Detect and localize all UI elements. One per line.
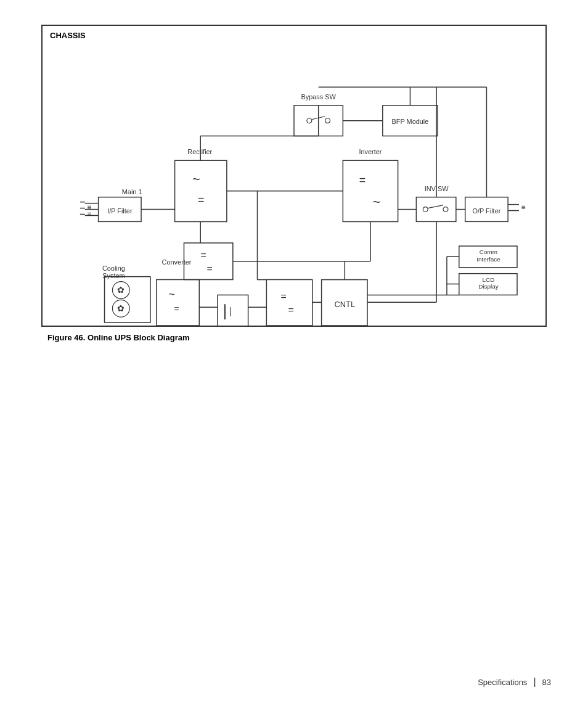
svg-rect-1 — [105, 277, 150, 322]
svg-text:LCD: LCD — [482, 276, 494, 283]
svg-text:Inverter: Inverter — [359, 148, 382, 155]
svg-text:=: = — [288, 305, 293, 315]
svg-marker-27 — [175, 160, 227, 221]
block-diagram: CHASSIS ✿ ✿ Cooling System — [41, 25, 547, 327]
svg-marker-8 — [157, 280, 199, 326]
svg-marker-42 — [343, 160, 398, 221]
page-container: CHASSIS ✿ ✿ Cooling System — [0, 0, 588, 706]
svg-text:✿: ✿ — [117, 303, 125, 313]
svg-text:Main 1: Main 1 — [122, 188, 142, 195]
svg-text:~: ~ — [192, 171, 200, 187]
figure-caption: Figure 46. Online UPS Block Diagram — [41, 333, 547, 342]
figure-title: Online UPS Block Diagram — [88, 333, 189, 342]
svg-text:=: = — [174, 304, 179, 314]
svg-marker-17 — [266, 280, 312, 326]
svg-text:Interface: Interface — [476, 256, 500, 263]
svg-line-56 — [428, 205, 443, 208]
footer-divider: | — [533, 676, 536, 688]
svg-text:O/P Filter: O/P Filter — [472, 207, 500, 215]
svg-text:≡: ≡ — [88, 210, 92, 218]
svg-text:=: = — [201, 250, 206, 260]
chassis-label: CHASSIS — [50, 31, 86, 40]
svg-text:Converter: Converter — [162, 258, 192, 266]
svg-text:Rectifier: Rectifier — [187, 148, 212, 155]
svg-text:~: ~ — [373, 194, 381, 210]
svg-text:~: ~ — [168, 288, 174, 300]
svg-rect-12 — [218, 295, 248, 326]
svg-text:=: = — [206, 263, 212, 274]
svg-text:System: System — [102, 272, 125, 279]
svg-point-48 — [325, 118, 330, 123]
svg-text:CNTL: CNTL — [335, 300, 356, 309]
svg-text:Bypass SW: Bypass SW — [301, 93, 336, 101]
diagram-wrapper: CHASSIS ✿ ✿ Cooling System — [41, 25, 547, 342]
section-label: Specifications — [478, 678, 527, 687]
svg-text:I/P Filter: I/P Filter — [107, 207, 133, 215]
svg-text:=: = — [198, 194, 204, 206]
svg-point-55 — [443, 207, 448, 212]
svg-rect-53 — [416, 197, 455, 222]
svg-text:Cooling: Cooling — [102, 265, 125, 272]
svg-text:Display: Display — [478, 283, 499, 290]
figure-label: Figure 46. — [47, 333, 85, 342]
svg-text:≡: ≡ — [521, 203, 526, 211]
svg-text:Comm: Comm — [480, 248, 497, 255]
svg-point-54 — [423, 207, 428, 212]
svg-text:✿: ✿ — [117, 285, 125, 295]
diagram-svg: ✿ ✿ Cooling System ~ = Charger — [43, 26, 545, 326]
page-footer: Specifications | 83 — [478, 676, 551, 688]
svg-text:BFP Module: BFP Module — [392, 118, 429, 125]
svg-point-47 — [307, 118, 312, 123]
page-number: 83 — [542, 678, 551, 687]
svg-text:=: = — [359, 174, 365, 186]
svg-text:=: = — [281, 291, 287, 302]
